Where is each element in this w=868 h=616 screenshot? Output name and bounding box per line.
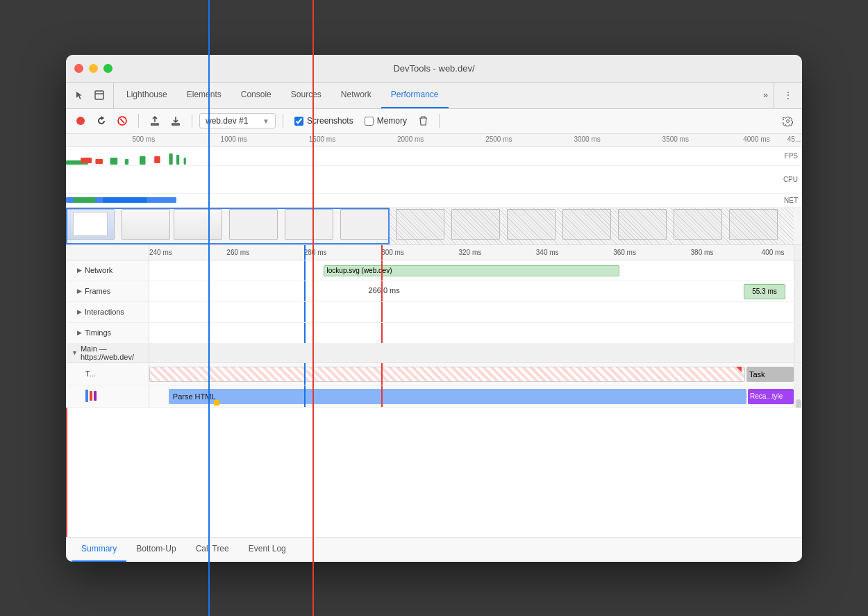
empty-track-area	[66, 408, 802, 537]
memory-checkbox[interactable]	[365, 117, 374, 126]
svg-rect-17	[74, 197, 96, 203]
main-header-content	[149, 344, 794, 363]
minimize-button[interactable]	[89, 64, 98, 73]
ruler-tick-2500: 2500 ms	[485, 134, 512, 143]
main-header-scrollbar	[794, 344, 802, 363]
devtools-window: DevTools - web.dev/ Lighthouse Elements …	[66, 55, 802, 562]
svg-rect-11	[176, 155, 179, 165]
tab-sources[interactable]: Sources	[281, 83, 331, 108]
recalc-bar: Reca...tyle	[748, 389, 794, 404]
tabbar-menu: ⋮	[774, 83, 796, 108]
interactions-time-indicator	[381, 302, 383, 322]
maximize-button[interactable]	[103, 64, 112, 73]
overview-ruler: 500 ms 1000 ms 1500 ms 2000 ms 2500 ms 3…	[66, 134, 802, 147]
screenshots-checkbox-label[interactable]: Screenshots	[294, 116, 353, 126]
tab-bottom-up[interactable]: Bottom-Up	[126, 538, 185, 562]
ruler-tick-1000: 1000 ms	[221, 134, 247, 143]
timings-arrow[interactable]: ▶	[77, 329, 82, 336]
screenshots-row	[66, 208, 802, 245]
main-area: 240 ms 260 ms 280 ms 300 ms 320 ms 340 m…	[66, 245, 802, 537]
ruler-tick-4500: 45...	[787, 134, 801, 143]
url-dropdown[interactable]: web.dev #1 ▼	[199, 113, 276, 128]
net-row: NET	[66, 194, 802, 208]
frames-arrow[interactable]: ▶	[77, 288, 82, 294]
parse-html-label-area	[66, 385, 149, 407]
network-arrow[interactable]: ▶	[77, 267, 82, 274]
ruler-tick-4000: 4000 ms	[743, 134, 769, 143]
memory-checkbox-label[interactable]: Memory	[365, 116, 407, 126]
close-button[interactable]	[74, 64, 83, 73]
timings-content	[149, 323, 794, 343]
more-menu-icon[interactable]: ⋮	[780, 87, 796, 103]
parse-indicator-3	[94, 391, 97, 401]
clear-button[interactable]	[113, 112, 131, 130]
tab-elements[interactable]: Elements	[177, 83, 231, 108]
detail-tick-300: 300 ms	[381, 249, 404, 256]
svg-rect-14	[95, 159, 103, 164]
tab-network[interactable]: Network	[331, 83, 381, 108]
main-collapse-arrow[interactable]: ▼	[72, 349, 78, 356]
delete-button[interactable]	[414, 112, 432, 130]
bottom-tabs: Summary Bottom-Up Call Tree Event Log	[66, 537, 802, 562]
tabbar: Lighthouse Elements Console Sources Netw…	[66, 83, 802, 109]
cpu-row: CPU	[66, 166, 802, 194]
tab-lighthouse[interactable]: Lighthouse	[117, 83, 177, 108]
task-label: T...	[66, 363, 149, 385]
interactions-label: ▶ Interactions	[66, 302, 149, 322]
timings-scrollbar	[794, 323, 802, 343]
task-bar-right: Task	[746, 367, 794, 382]
screenshot-thumb-3	[229, 209, 278, 240]
tab-event-log[interactable]: Event Log	[239, 538, 296, 562]
interactions-blue-line	[304, 302, 306, 322]
toolbar-separator-1	[138, 114, 139, 128]
tab-summary[interactable]: Summary	[72, 538, 126, 562]
interactions-arrow[interactable]: ▶	[77, 308, 82, 315]
tracks-area: ▶ Network lockup.svg (web.dev) ▶	[66, 260, 802, 537]
detail-ruler-container: 240 ms 260 ms 280 ms 300 ms 320 ms 340 m…	[66, 245, 802, 260]
timings-track: ▶ Timings	[66, 323, 802, 344]
toolbar-separator-2	[192, 114, 192, 128]
screenshot-thumb-0	[66, 209, 115, 240]
main-label-area: ▼ Main — https://web.dev/	[66, 344, 149, 363]
tab-call-tree[interactable]: Call Tree	[186, 538, 239, 562]
detail-tick-340: 340 ms	[536, 249, 559, 256]
parse-scrollbar	[794, 385, 802, 407]
network-track: ▶ Network lockup.svg (web.dev)	[66, 260, 802, 281]
traffic-lights	[74, 64, 112, 73]
svg-point-5	[786, 119, 789, 122]
download-button[interactable]	[167, 112, 185, 130]
parse-indicator-1	[85, 390, 88, 402]
screenshots-checkbox[interactable]	[294, 117, 303, 126]
screenshot-thumb-5	[340, 209, 389, 240]
record-button[interactable]	[72, 112, 90, 130]
parse-yellow-marker	[214, 400, 219, 406]
network-scrollbar	[794, 260, 802, 281]
empty-time-indicator	[66, 408, 67, 537]
svg-rect-0	[95, 91, 103, 99]
detail-tick-280: 280 ms	[304, 249, 327, 256]
upload-button[interactable]	[146, 112, 164, 130]
tabbar-left-icons	[72, 83, 114, 108]
detail-tick-320: 320 ms	[458, 249, 481, 256]
parse-html-content: Parse HTML Reca...tyle	[149, 385, 794, 407]
cursor-icon[interactable]	[72, 87, 88, 103]
tab-performance[interactable]: Performance	[381, 83, 449, 108]
frames-label: ▶ Frames	[66, 281, 149, 301]
window-title: DevTools - web.dev/	[393, 63, 474, 74]
ruler-tick-1500: 1500 ms	[309, 134, 335, 143]
settings-button[interactable]	[778, 112, 796, 130]
main-section-header: ▼ Main — https://web.dev/	[66, 344, 802, 363]
reload-button[interactable]	[92, 112, 110, 130]
detail-tick-360: 360 ms	[613, 249, 636, 256]
tab-list: Lighthouse Elements Console Sources Netw…	[117, 83, 758, 108]
detail-tick-380: 380 ms	[691, 249, 714, 256]
dock-icon[interactable]	[91, 87, 108, 103]
tab-console[interactable]: Console	[231, 83, 281, 108]
parse-html-row: Parse HTML Reca...tyle	[66, 385, 802, 408]
detail-tick-400: 400 ms	[762, 249, 785, 256]
interactions-scrollbar	[794, 302, 802, 322]
tab-overflow-button[interactable]: »	[758, 83, 774, 108]
fps-row: FPS	[66, 147, 802, 166]
timings-time-indicator	[381, 323, 383, 343]
detail-ruler: 240 ms 260 ms 280 ms 300 ms 320 ms 340 m…	[149, 245, 794, 260]
